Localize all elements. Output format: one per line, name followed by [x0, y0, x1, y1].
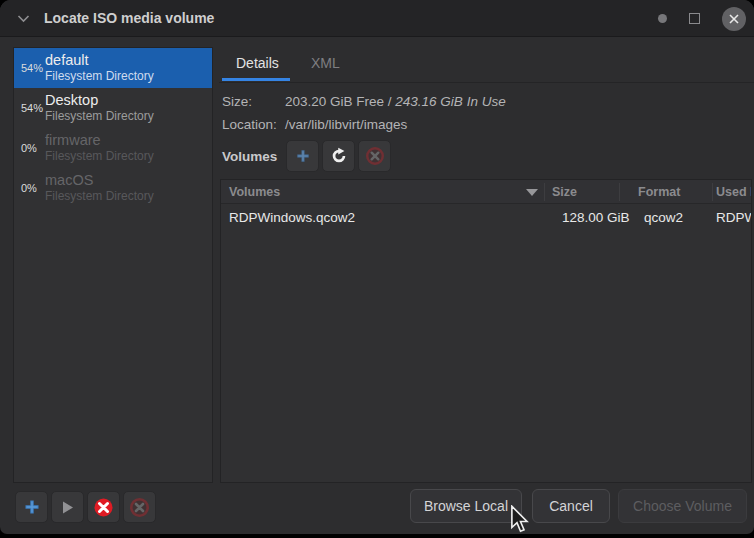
- plus-icon: [24, 499, 40, 515]
- pool-item-desktop[interactable]: 54% Desktop Filesystem Directory: [14, 88, 212, 128]
- pool-item-default[interactable]: 54% default Filesystem Directory: [14, 48, 212, 88]
- active-tab-indicator: [222, 78, 290, 81]
- pool-type: Filesystem Directory: [45, 189, 154, 203]
- volumes-section-label: Volumes: [222, 149, 277, 164]
- pool-item-firmware[interactable]: 0% firmware Filesystem Directory: [14, 128, 212, 168]
- volume-row[interactable]: RDPWindows.qcow2 128.00 GiB qcow2 RDPWin…: [221, 204, 751, 232]
- chevron-down-icon[interactable]: [15, 10, 31, 26]
- column-header-format[interactable]: Format: [638, 185, 680, 199]
- delete-pool-button[interactable]: [123, 491, 156, 523]
- refresh-volumes-button[interactable]: [322, 140, 355, 172]
- add-pool-button[interactable]: [15, 491, 48, 523]
- add-volume-button[interactable]: [286, 140, 319, 172]
- start-pool-button[interactable]: [51, 491, 84, 523]
- titlebar: Locate ISO media volume: [0, 0, 754, 37]
- browse-local-button[interactable]: Browse Local: [410, 489, 522, 523]
- pool-name: firmware: [45, 132, 154, 149]
- mouse-cursor: [509, 505, 531, 538]
- close-button[interactable]: [722, 7, 746, 31]
- pool-type: Filesystem Directory: [45, 69, 154, 83]
- volume-name: RDPWindows.qcow2: [229, 210, 355, 225]
- location-label: Location:: [222, 117, 277, 132]
- delete-icon: [130, 498, 149, 517]
- cancel-button[interactable]: Cancel: [532, 489, 610, 523]
- choose-volume-button[interactable]: Choose Volume: [618, 489, 747, 523]
- stop-pool-button[interactable]: [87, 491, 120, 523]
- storage-pool-list: 54% default Filesystem Directory 54% Des…: [13, 47, 213, 483]
- volume-table-header: Volumes Size Format Used By: [221, 180, 751, 204]
- tabbar-divider: [219, 82, 754, 83]
- minimize-icon[interactable]: [658, 14, 667, 23]
- refresh-icon: [330, 147, 348, 165]
- volume-format: qcow2: [644, 210, 683, 225]
- close-icon: [728, 13, 740, 25]
- column-header-volumes[interactable]: Volumes: [229, 185, 280, 199]
- locate-iso-dialog: Locate ISO media volume 54% default File…: [0, 0, 754, 534]
- play-icon: [60, 500, 75, 515]
- volume-used-by: RDPWindows: [716, 210, 752, 225]
- plus-icon: [296, 149, 310, 163]
- maximize-icon[interactable]: [689, 13, 700, 24]
- delete-volume-button[interactable]: [358, 140, 391, 172]
- volume-size: 128.00 GiB: [562, 210, 630, 225]
- volume-table: Volumes Size Format Used By RDPWindows.q…: [220, 179, 752, 483]
- sort-descending-icon[interactable]: [526, 189, 538, 196]
- pool-item-macos[interactable]: 0% macOS Filesystem Directory: [14, 168, 212, 208]
- pool-name: macOS: [45, 172, 154, 189]
- column-header-size[interactable]: Size: [552, 185, 577, 199]
- pool-type: Filesystem Directory: [45, 109, 154, 123]
- column-header-used-by[interactable]: Used By: [716, 185, 752, 199]
- delete-icon: [366, 147, 384, 165]
- location-value: /var/lib/libvirt/images: [285, 117, 407, 132]
- pool-type: Filesystem Directory: [45, 149, 154, 163]
- pool-name: default: [45, 52, 154, 69]
- tab-details[interactable]: Details: [236, 55, 279, 71]
- window-title: Locate ISO media volume: [44, 10, 214, 26]
- pool-name: Desktop: [45, 92, 154, 109]
- size-value: 203.20 GiB Free / 243.16 GiB In Use: [285, 94, 506, 109]
- stop-icon: [94, 498, 113, 517]
- size-label: Size:: [222, 94, 252, 109]
- tab-xml[interactable]: XML: [311, 55, 340, 71]
